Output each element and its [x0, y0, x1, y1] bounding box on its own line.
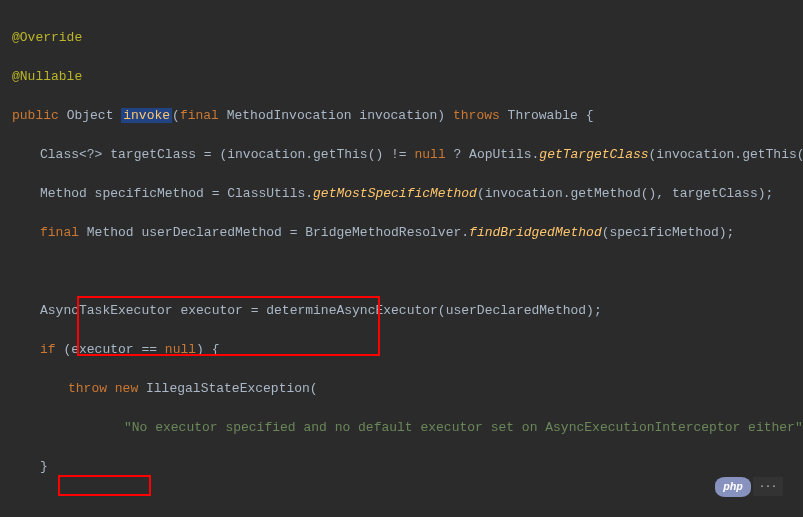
- rparen: ): [437, 108, 445, 123]
- null-keyword: null: [165, 342, 196, 357]
- after-call: (invocation.getThis()) :: [649, 147, 803, 162]
- annotation-nullable: @Nullable: [12, 69, 82, 84]
- keyword-public: public: [12, 108, 59, 123]
- null-keyword: null: [414, 147, 445, 162]
- exception-text: IllegalStateException(: [138, 381, 317, 396]
- rbrace: }: [40, 459, 48, 474]
- code-text: Method specificMethod = ClassUtils.: [40, 186, 313, 201]
- post-text: (specificMethod);: [602, 225, 735, 240]
- keyword-final: final: [180, 108, 219, 123]
- watermark-text: ···: [753, 477, 783, 496]
- throws-type: Throwable: [508, 108, 578, 123]
- ternary-text: ? AopUtils.: [446, 147, 540, 162]
- static-call-findBridgedMethod: findBridgedMethod: [469, 225, 602, 240]
- lparen: (: [172, 108, 180, 123]
- keyword-if: if: [40, 342, 56, 357]
- code-text: Method userDeclaredMethod = BridgeMethod…: [79, 225, 469, 240]
- code-text: targetClass = (invocation.getThis() !=: [102, 147, 414, 162]
- param-type: MethodInvocation: [227, 108, 352, 123]
- string-literal: "No executor specified and no default ex…: [124, 420, 803, 435]
- end-text: ) {: [196, 342, 219, 357]
- annotation-override: @Override: [12, 30, 82, 45]
- keyword-throw-new: throw new: [68, 381, 138, 396]
- keyword-final: final: [40, 225, 79, 240]
- class-generic: Class<?>: [40, 147, 102, 162]
- post-text: (invocation.getMethod(), targetClass);: [477, 186, 773, 201]
- code-editor[interactable]: @Override @Nullable public Object invoke…: [12, 8, 791, 517]
- watermark: php ···: [715, 477, 783, 498]
- keyword-throws: throws: [453, 108, 500, 123]
- cond-text: (executor ==: [56, 342, 165, 357]
- code-text: AsyncTaskExecutor executor = determineAs…: [40, 303, 602, 318]
- static-call-getMostSpecificMethod: getMostSpecificMethod: [313, 186, 477, 201]
- return-type: Object: [67, 108, 114, 123]
- php-logo: php: [715, 477, 751, 498]
- param-name: invocation: [359, 108, 437, 123]
- lbrace: {: [578, 108, 594, 123]
- static-call-getTargetClass: getTargetClass: [539, 147, 648, 162]
- method-name-invoke: invoke: [121, 108, 172, 123]
